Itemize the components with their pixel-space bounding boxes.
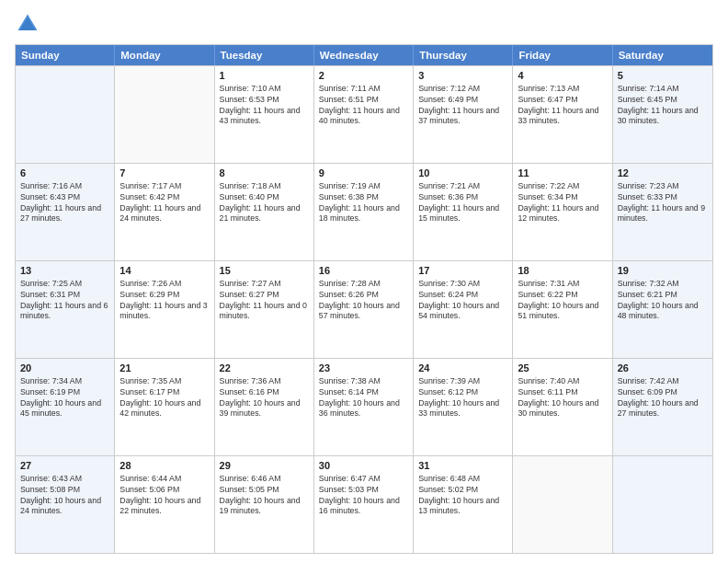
day-number: 15 xyxy=(220,264,309,278)
day-number: 14 xyxy=(119,264,209,278)
calendar-cell: 3Sunrise: 7:12 AMSunset: 6:49 PMDaylight… xyxy=(414,66,513,163)
cell-text: Sunrise: 7:10 AMSunset: 6:53 PMDaylight:… xyxy=(220,84,309,128)
header xyxy=(15,11,713,37)
calendar-cell: 26Sunrise: 7:42 AMSunset: 6:09 PMDayligh… xyxy=(613,359,712,455)
day-number: 27 xyxy=(20,459,109,473)
cell-text: Sunrise: 7:42 AMSunset: 6:09 PMDaylight:… xyxy=(618,376,708,420)
cell-text: Sunrise: 6:47 AMSunset: 5:03 PMDaylight:… xyxy=(319,474,408,518)
calendar-cell: 18Sunrise: 7:31 AMSunset: 6:22 PMDayligh… xyxy=(513,261,612,358)
calendar-cell: 29Sunrise: 6:46 AMSunset: 5:05 PMDayligh… xyxy=(215,456,314,553)
day-number: 5 xyxy=(618,69,708,83)
day-number: 20 xyxy=(20,362,109,375)
calendar-cell: 25Sunrise: 7:40 AMSunset: 6:11 PMDayligh… xyxy=(513,359,612,455)
calendar-cell: 4Sunrise: 7:13 AMSunset: 6:47 PMDaylight… xyxy=(513,66,612,163)
cell-text: Sunrise: 7:22 AMSunset: 6:34 PMDaylight:… xyxy=(518,181,607,225)
day-number: 12 xyxy=(618,167,708,180)
calendar-header-cell-tuesday: Tuesday xyxy=(215,45,314,65)
calendar-week-row: 27Sunrise: 6:43 AMSunset: 5:08 PMDayligh… xyxy=(16,455,712,553)
day-number: 10 xyxy=(418,167,507,180)
cell-text: Sunrise: 7:32 AMSunset: 6:21 PMDaylight:… xyxy=(618,279,708,323)
logo xyxy=(15,11,42,37)
calendar-cell: 7Sunrise: 7:17 AMSunset: 6:42 PMDaylight… xyxy=(115,164,214,260)
cell-text: Sunrise: 6:44 AMSunset: 5:06 PMDaylight:… xyxy=(119,474,209,518)
calendar-cell: 31Sunrise: 6:48 AMSunset: 5:02 PMDayligh… xyxy=(414,456,513,553)
cell-text: Sunrise: 7:18 AMSunset: 6:40 PMDaylight:… xyxy=(220,181,309,225)
day-number: 18 xyxy=(518,264,607,278)
cell-text: Sunrise: 7:38 AMSunset: 6:14 PMDaylight:… xyxy=(319,376,408,420)
calendar-cell: 27Sunrise: 6:43 AMSunset: 5:08 PMDayligh… xyxy=(16,456,115,553)
day-number: 16 xyxy=(319,264,408,278)
calendar-cell: 22Sunrise: 7:36 AMSunset: 6:16 PMDayligh… xyxy=(215,359,314,455)
day-number: 24 xyxy=(418,362,507,375)
cell-text: Sunrise: 7:19 AMSunset: 6:38 PMDaylight:… xyxy=(319,181,408,225)
cell-text: Sunrise: 7:39 AMSunset: 6:12 PMDaylight:… xyxy=(418,376,507,420)
cell-text: Sunrise: 7:30 AMSunset: 6:24 PMDaylight:… xyxy=(418,279,507,323)
calendar-cell: 14Sunrise: 7:26 AMSunset: 6:29 PMDayligh… xyxy=(115,261,214,358)
day-number: 13 xyxy=(20,264,109,278)
day-number: 31 xyxy=(418,459,507,473)
cell-text: Sunrise: 7:26 AMSunset: 6:29 PMDaylight:… xyxy=(119,279,209,323)
day-number: 30 xyxy=(319,459,408,473)
calendar-cell: 20Sunrise: 7:34 AMSunset: 6:19 PMDayligh… xyxy=(16,359,115,455)
calendar-cell: 28Sunrise: 6:44 AMSunset: 5:06 PMDayligh… xyxy=(115,456,214,553)
calendar-header-cell-saturday: Saturday xyxy=(613,45,712,65)
day-number: 6 xyxy=(20,167,109,180)
cell-text: Sunrise: 7:36 AMSunset: 6:16 PMDaylight:… xyxy=(220,376,309,420)
calendar-cell: 15Sunrise: 7:27 AMSunset: 6:27 PMDayligh… xyxy=(215,261,314,358)
calendar-cell: 10Sunrise: 7:21 AMSunset: 6:36 PMDayligh… xyxy=(414,164,513,260)
calendar-header-row: SundayMondayTuesdayWednesdayThursdayFrid… xyxy=(16,45,712,65)
calendar-cell: 1Sunrise: 7:10 AMSunset: 6:53 PMDaylight… xyxy=(215,66,314,163)
cell-text: Sunrise: 7:11 AMSunset: 6:51 PMDaylight:… xyxy=(319,84,408,128)
cell-text: Sunrise: 7:21 AMSunset: 6:36 PMDaylight:… xyxy=(418,181,507,225)
cell-text: Sunrise: 6:46 AMSunset: 5:05 PMDaylight:… xyxy=(220,474,309,518)
day-number: 22 xyxy=(220,362,309,375)
cell-text: Sunrise: 7:35 AMSunset: 6:17 PMDaylight:… xyxy=(119,376,209,420)
calendar-cell xyxy=(115,66,214,163)
calendar-cell: 17Sunrise: 7:30 AMSunset: 6:24 PMDayligh… xyxy=(414,261,513,358)
cell-text: Sunrise: 6:43 AMSunset: 5:08 PMDaylight:… xyxy=(20,474,109,518)
day-number: 25 xyxy=(518,362,607,375)
calendar-cell xyxy=(513,456,612,553)
cell-text: Sunrise: 7:14 AMSunset: 6:45 PMDaylight:… xyxy=(618,84,708,128)
calendar-header-cell-friday: Friday xyxy=(513,45,612,65)
calendar-header-cell-thursday: Thursday xyxy=(414,45,513,65)
cell-text: Sunrise: 7:27 AMSunset: 6:27 PMDaylight:… xyxy=(220,279,309,323)
cell-text: Sunrise: 7:23 AMSunset: 6:33 PMDaylight:… xyxy=(618,181,708,225)
calendar-cell xyxy=(613,456,712,553)
calendar-cell xyxy=(16,66,115,163)
cell-text: Sunrise: 7:17 AMSunset: 6:42 PMDaylight:… xyxy=(119,181,209,225)
calendar-cell: 16Sunrise: 7:28 AMSunset: 6:26 PMDayligh… xyxy=(314,261,414,358)
day-number: 2 xyxy=(319,69,408,83)
calendar-cell: 9Sunrise: 7:19 AMSunset: 6:38 PMDaylight… xyxy=(314,164,414,260)
calendar-cell: 30Sunrise: 6:47 AMSunset: 5:03 PMDayligh… xyxy=(314,456,414,553)
day-number: 21 xyxy=(119,362,209,375)
calendar-cell: 23Sunrise: 7:38 AMSunset: 6:14 PMDayligh… xyxy=(314,359,414,455)
calendar-cell: 21Sunrise: 7:35 AMSunset: 6:17 PMDayligh… xyxy=(115,359,214,455)
cell-text: Sunrise: 7:31 AMSunset: 6:22 PMDaylight:… xyxy=(518,279,607,323)
calendar-body: 1Sunrise: 7:10 AMSunset: 6:53 PMDaylight… xyxy=(16,65,712,553)
day-number: 3 xyxy=(418,69,507,83)
cell-text: Sunrise: 7:16 AMSunset: 6:43 PMDaylight:… xyxy=(20,181,109,225)
day-number: 23 xyxy=(319,362,408,375)
calendar-cell: 19Sunrise: 7:32 AMSunset: 6:21 PMDayligh… xyxy=(613,261,712,358)
cell-text: Sunrise: 7:25 AMSunset: 6:31 PMDaylight:… xyxy=(20,279,109,323)
calendar-header-cell-sunday: Sunday xyxy=(16,45,115,65)
day-number: 19 xyxy=(618,264,708,278)
day-number: 17 xyxy=(418,264,507,278)
calendar-week-row: 20Sunrise: 7:34 AMSunset: 6:19 PMDayligh… xyxy=(16,358,712,455)
calendar-cell: 13Sunrise: 7:25 AMSunset: 6:31 PMDayligh… xyxy=(16,261,115,358)
cell-text: Sunrise: 7:34 AMSunset: 6:19 PMDaylight:… xyxy=(20,376,109,420)
calendar-cell: 5Sunrise: 7:14 AMSunset: 6:45 PMDaylight… xyxy=(613,66,712,163)
calendar-week-row: 1Sunrise: 7:10 AMSunset: 6:53 PMDaylight… xyxy=(16,65,712,163)
cell-text: Sunrise: 7:40 AMSunset: 6:11 PMDaylight:… xyxy=(518,376,607,420)
cell-text: Sunrise: 7:12 AMSunset: 6:49 PMDaylight:… xyxy=(418,84,507,128)
day-number: 11 xyxy=(518,167,607,180)
cell-text: Sunrise: 6:48 AMSunset: 5:02 PMDaylight:… xyxy=(418,474,507,518)
calendar-cell: 24Sunrise: 7:39 AMSunset: 6:12 PMDayligh… xyxy=(414,359,513,455)
day-number: 1 xyxy=(220,69,309,83)
calendar-header-cell-monday: Monday xyxy=(115,45,214,65)
cell-text: Sunrise: 7:13 AMSunset: 6:47 PMDaylight:… xyxy=(518,84,607,128)
calendar-cell: 8Sunrise: 7:18 AMSunset: 6:40 PMDaylight… xyxy=(215,164,314,260)
calendar-cell: 2Sunrise: 7:11 AMSunset: 6:51 PMDaylight… xyxy=(314,66,414,163)
cell-text: Sunrise: 7:28 AMSunset: 6:26 PMDaylight:… xyxy=(319,279,408,323)
